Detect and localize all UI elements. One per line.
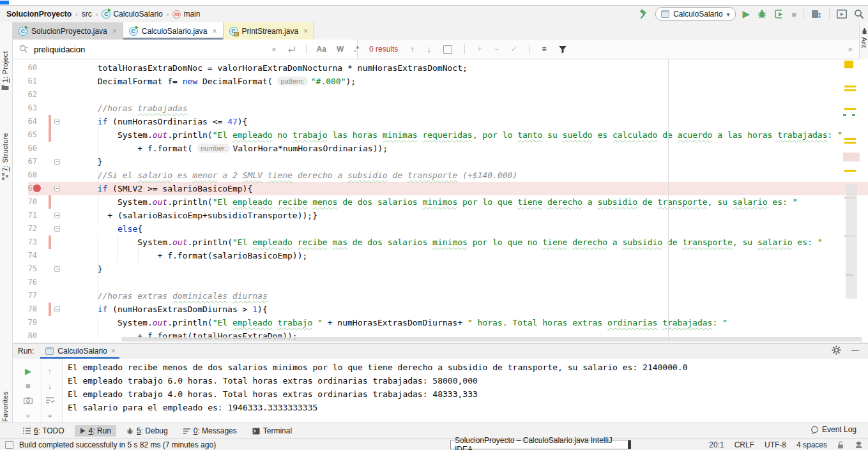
code-token: "El (213, 130, 232, 140)
unlock-icon[interactable] (837, 441, 844, 449)
code-token: , por lo (473, 130, 517, 140)
hector-inspector-icon[interactable] (855, 440, 863, 449)
tab-solucionproyecto-java[interactable]: CSolucionProyecto.java× (13, 22, 123, 40)
thread-dump-camera-icon[interactable] (22, 394, 34, 406)
toolwindow-button-label: 4: Run (89, 426, 111, 435)
code-token: transporte (407, 170, 457, 180)
toolbar-divider (829, 9, 830, 19)
toolwindow-button-label: 5: Debug (137, 426, 168, 435)
lines-icon (183, 428, 190, 434)
line-number: 70 (15, 195, 37, 209)
code-token: por lo que no (468, 237, 542, 247)
gear-icon[interactable] (832, 345, 841, 355)
vertical-scrollbar[interactable] (846, 184, 857, 299)
whole-words-toggle[interactable]: W (337, 45, 344, 54)
code-token: es: " (768, 197, 798, 207)
breadcrumb-label: src (82, 10, 92, 19)
hide-toolwindow-icon[interactable]: — (851, 346, 859, 355)
inlay-hint: number: (197, 144, 229, 153)
folder-icon (1, 84, 9, 91)
breadcrumb-item[interactable]: mmain (172, 10, 200, 19)
close-run-tab-icon[interactable]: × (111, 347, 116, 356)
right-margin-guide (668, 59, 669, 342)
newline-search-icon[interactable] (287, 45, 296, 53)
close-tab-icon[interactable]: × (303, 27, 308, 36)
event-log-balloon-icon (811, 426, 819, 434)
code-token: mas (333, 237, 347, 247)
close-search-icon[interactable]: × (848, 45, 853, 54)
search-everywhere-icon[interactable] (854, 9, 864, 19)
build-hammer-icon[interactable] (637, 9, 648, 20)
soft-wrap-icon[interactable] (43, 394, 56, 406)
find-all-icon[interactable] (443, 45, 452, 54)
encoding-widget[interactable]: UTF-8 (765, 440, 786, 449)
run-configuration-name: CalculoSalario (673, 10, 722, 19)
toolwindow-button-4--run[interactable]: 4: Run (75, 425, 116, 437)
down-stacktrace-icon[interactable]: ↓ (43, 380, 56, 391)
tab-calculosalario-java[interactable]: CCalculoSalario.java× (123, 22, 224, 40)
horizontal-scrollbar[interactable] (121, 337, 862, 341)
code-token: sueldo (563, 130, 593, 140)
inspections-indicator[interactable] (844, 61, 853, 68)
line-ending-widget[interactable]: CRLF (735, 440, 754, 449)
tab-printstream-java[interactable]: CPrintStream.java× (224, 22, 315, 40)
code-line: //horas extras dominicales diurnas (57, 289, 862, 303)
toolwindow-button-6--todo[interactable]: 6: TODO (18, 425, 70, 437)
close-tab-icon[interactable]: × (112, 27, 117, 36)
run-with-coverage-icon[interactable] (774, 9, 784, 19)
code-token: es (593, 130, 613, 140)
code-editor[interactable]: 6061626364656667686970717273747576777879… (13, 59, 868, 342)
run-overlay-icon (135, 26, 139, 29)
up-stacktrace-icon[interactable]: ↑ (43, 365, 56, 377)
next-occurrence-icon[interactable]: ↓ (427, 44, 431, 54)
toolwindow-toggle-icon[interactable] (5, 441, 13, 449)
console-output[interactable]: El empleado recibe menos de dos salarios… (68, 361, 688, 414)
filter-icon[interactable] (558, 45, 567, 54)
code-token: menor (192, 170, 217, 180)
run-overlay-icon (25, 26, 28, 29)
gutter-row: 74 (13, 249, 57, 262)
run-button[interactable]: ▶ (743, 8, 750, 20)
debug-bug-icon[interactable] (757, 9, 767, 19)
code-token: acuerdo (678, 130, 713, 140)
match-case-toggle[interactable]: Aa (317, 45, 326, 54)
previous-occurrence-icon[interactable]: ↑ (410, 44, 415, 54)
code-token: de dos salarios (347, 237, 432, 247)
run-tab[interactable]: CalculoSalario × (43, 343, 118, 359)
ok-stripe-mark (843, 114, 846, 116)
code-line: + (salarioBasicoEmp+subsidioTransporte))… (57, 209, 862, 222)
run-configuration-select[interactable]: CalculoSalario ▾ (655, 7, 735, 21)
indent-widget[interactable]: 4 spaces (796, 440, 827, 449)
clear-search-icon[interactable]: × (271, 45, 277, 54)
breadcrumb-item[interactable]: src (82, 10, 92, 19)
toolwindow-button-terminal[interactable]: Terminal (247, 425, 297, 437)
toolwindow-view-icon[interactable] (837, 10, 847, 19)
sidebar-item-project[interactable]: 1: Project (1, 51, 9, 91)
toolwindow-button-0--messages[interactable]: 0: Messages (178, 425, 242, 437)
sidebar-item-structure[interactable]: 7: Structure (1, 133, 9, 180)
line-number: 67 (15, 155, 37, 169)
breadcrumb-item[interactable]: SolucionProyecto (6, 10, 72, 19)
code-token: DecimalFormat( (197, 77, 277, 86)
more-actions-icon[interactable]: » (22, 410, 34, 421)
breakpoint-icon[interactable] (33, 184, 41, 192)
caret-position-widget[interactable]: 20:1 (709, 440, 724, 449)
close-tab-icon[interactable]: × (212, 27, 217, 36)
taskbar-tooltip-text: SolucionProyecto – CalculoSalario.java I… (455, 436, 630, 450)
more-actions-icon[interactable]: » (43, 410, 56, 421)
divider (41, 359, 42, 423)
breadcrumb-item[interactable]: CCalculoSalario (102, 10, 162, 19)
status-message[interactable]: Build completed successfully in 5 s 82 m… (19, 440, 216, 449)
rerun-button[interactable]: ▶ (22, 365, 34, 377)
project-modules-icon[interactable] (811, 10, 822, 19)
code-line: //horas trabajadas (57, 101, 862, 115)
code-token: , su (733, 237, 758, 247)
intellij-window: SolucionProyecto›src›CCalculoSalario›mma… (0, 0, 868, 450)
regex-toggle[interactable]: .* (354, 45, 359, 54)
sidebar-item-ant[interactable]: Ant (860, 27, 868, 48)
multiline-search-icon[interactable]: ≡ (542, 45, 546, 54)
event-log-button[interactable]: Event Log (811, 425, 857, 434)
top-edge-strip (0, 0, 868, 6)
breadcrumb-separator: › (75, 10, 78, 18)
toolwindow-button-5--debug[interactable]: 5: Debug (121, 425, 173, 437)
